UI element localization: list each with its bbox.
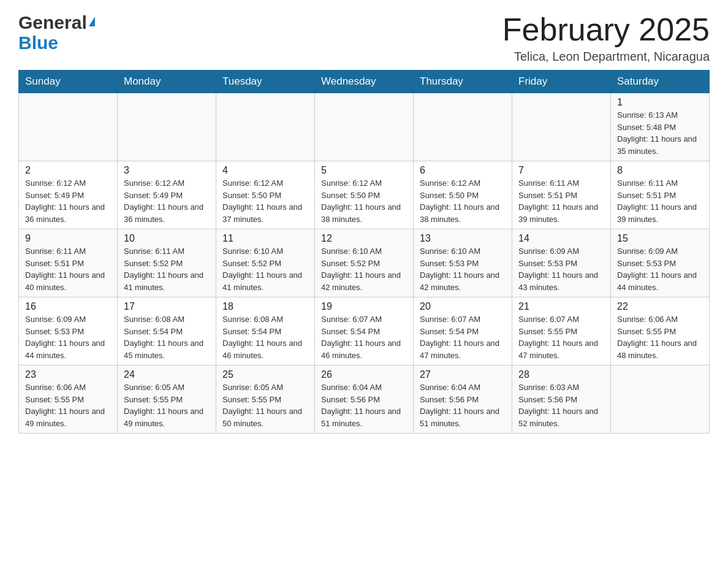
calendar-cell: 14Sunrise: 6:09 AMSunset: 5:53 PMDayligh… bbox=[512, 229, 611, 297]
calendar-cell: 20Sunrise: 6:07 AMSunset: 5:54 PMDayligh… bbox=[414, 297, 512, 366]
day-number: 1 bbox=[617, 97, 703, 108]
day-info: Sunrise: 6:09 AMSunset: 5:53 PMDaylight:… bbox=[25, 313, 111, 361]
day-info: Sunrise: 6:10 AMSunset: 5:52 PMDaylight:… bbox=[321, 245, 407, 293]
weekday-header-monday: Monday bbox=[118, 71, 216, 93]
day-info: Sunrise: 6:07 AMSunset: 5:54 PMDaylight:… bbox=[321, 313, 407, 361]
calendar-cell bbox=[19, 93, 118, 161]
calendar-cell: 26Sunrise: 6:04 AMSunset: 5:56 PMDayligh… bbox=[315, 366, 414, 434]
day-number: 10 bbox=[124, 233, 210, 244]
calendar-cell: 27Sunrise: 6:04 AMSunset: 5:56 PMDayligh… bbox=[414, 366, 512, 434]
logo: General Blue bbox=[18, 12, 95, 53]
day-number: 12 bbox=[321, 233, 407, 244]
logo-general-text: General bbox=[18, 12, 87, 33]
calendar-cell bbox=[118, 93, 216, 161]
day-info: Sunrise: 6:09 AMSunset: 5:53 PMDaylight:… bbox=[518, 245, 604, 293]
day-info: Sunrise: 6:11 AMSunset: 5:51 PMDaylight:… bbox=[617, 177, 703, 225]
day-number: 28 bbox=[518, 369, 604, 380]
day-info: Sunrise: 6:12 AMSunset: 5:50 PMDaylight:… bbox=[222, 177, 308, 225]
calendar-cell: 3Sunrise: 6:12 AMSunset: 5:49 PMDaylight… bbox=[118, 161, 216, 229]
calendar-cell bbox=[216, 93, 315, 161]
calendar-cell: 4Sunrise: 6:12 AMSunset: 5:50 PMDaylight… bbox=[216, 161, 315, 229]
day-number: 27 bbox=[420, 369, 506, 380]
weekday-header-friday: Friday bbox=[512, 71, 611, 93]
day-info: Sunrise: 6:12 AMSunset: 5:49 PMDaylight:… bbox=[25, 177, 111, 225]
day-info: Sunrise: 6:08 AMSunset: 5:54 PMDaylight:… bbox=[222, 313, 308, 361]
day-info: Sunrise: 6:04 AMSunset: 5:56 PMDaylight:… bbox=[321, 381, 407, 429]
calendar-cell: 11Sunrise: 6:10 AMSunset: 5:52 PMDayligh… bbox=[216, 229, 315, 297]
calendar-cell bbox=[512, 93, 611, 161]
day-info: Sunrise: 6:10 AMSunset: 5:52 PMDaylight:… bbox=[222, 245, 308, 293]
day-number: 2 bbox=[25, 165, 111, 176]
day-number: 4 bbox=[222, 165, 308, 176]
day-info: Sunrise: 6:05 AMSunset: 5:55 PMDaylight:… bbox=[124, 381, 210, 429]
day-info: Sunrise: 6:09 AMSunset: 5:53 PMDaylight:… bbox=[617, 245, 703, 293]
day-number: 24 bbox=[124, 369, 210, 380]
day-number: 20 bbox=[420, 301, 506, 312]
day-number: 13 bbox=[420, 233, 506, 244]
day-info: Sunrise: 6:06 AMSunset: 5:55 PMDaylight:… bbox=[25, 381, 111, 429]
day-number: 17 bbox=[124, 301, 210, 312]
day-info: Sunrise: 6:03 AMSunset: 5:56 PMDaylight:… bbox=[518, 381, 604, 429]
day-number: 14 bbox=[518, 233, 604, 244]
day-info: Sunrise: 6:11 AMSunset: 5:51 PMDaylight:… bbox=[518, 177, 604, 225]
calendar-cell: 13Sunrise: 6:10 AMSunset: 5:53 PMDayligh… bbox=[414, 229, 512, 297]
weekday-header-tuesday: Tuesday bbox=[216, 71, 315, 93]
calendar-cell: 18Sunrise: 6:08 AMSunset: 5:54 PMDayligh… bbox=[216, 297, 315, 366]
title-area: February 2025 Telica, Leon Department, N… bbox=[502, 12, 710, 64]
month-title: February 2025 bbox=[502, 12, 710, 47]
calendar-cell: 1Sunrise: 6:13 AMSunset: 5:48 PMDaylight… bbox=[611, 93, 710, 161]
weekday-header-sunday: Sunday bbox=[19, 71, 118, 93]
logo-blue-text: Blue bbox=[18, 33, 58, 53]
day-number: 5 bbox=[321, 165, 407, 176]
calendar-cell: 28Sunrise: 6:03 AMSunset: 5:56 PMDayligh… bbox=[512, 366, 611, 434]
day-number: 15 bbox=[617, 233, 703, 244]
day-number: 26 bbox=[321, 369, 407, 380]
weekday-header-saturday: Saturday bbox=[611, 71, 710, 93]
day-number: 9 bbox=[25, 233, 111, 244]
day-number: 19 bbox=[321, 301, 407, 312]
logo-triangle-icon bbox=[89, 17, 95, 26]
calendar-cell: 22Sunrise: 6:06 AMSunset: 5:55 PMDayligh… bbox=[611, 297, 710, 366]
day-number: 16 bbox=[25, 301, 111, 312]
day-info: Sunrise: 6:05 AMSunset: 5:55 PMDaylight:… bbox=[222, 381, 308, 429]
day-number: 18 bbox=[222, 301, 308, 312]
calendar-cell: 25Sunrise: 6:05 AMSunset: 5:55 PMDayligh… bbox=[216, 366, 315, 434]
calendar-cell: 8Sunrise: 6:11 AMSunset: 5:51 PMDaylight… bbox=[611, 161, 710, 229]
calendar-cell: 24Sunrise: 6:05 AMSunset: 5:55 PMDayligh… bbox=[118, 366, 216, 434]
day-number: 21 bbox=[518, 301, 604, 312]
calendar-cell: 2Sunrise: 6:12 AMSunset: 5:49 PMDaylight… bbox=[19, 161, 118, 229]
day-info: Sunrise: 6:07 AMSunset: 5:54 PMDaylight:… bbox=[420, 313, 506, 361]
calendar-cell: 21Sunrise: 6:07 AMSunset: 5:55 PMDayligh… bbox=[512, 297, 611, 366]
day-number: 8 bbox=[617, 165, 703, 176]
calendar-table: SundayMondayTuesdayWednesdayThursdayFrid… bbox=[18, 70, 710, 434]
day-number: 7 bbox=[518, 165, 604, 176]
day-info: Sunrise: 6:08 AMSunset: 5:54 PMDaylight:… bbox=[124, 313, 210, 361]
weekday-header-thursday: Thursday bbox=[414, 71, 512, 93]
day-number: 22 bbox=[617, 301, 703, 312]
day-number: 25 bbox=[222, 369, 308, 380]
day-info: Sunrise: 6:11 AMSunset: 5:52 PMDaylight:… bbox=[124, 245, 210, 293]
day-number: 6 bbox=[420, 165, 506, 176]
calendar-cell bbox=[611, 366, 710, 434]
calendar-cell bbox=[315, 93, 414, 161]
day-info: Sunrise: 6:06 AMSunset: 5:55 PMDaylight:… bbox=[617, 313, 703, 361]
calendar-cell: 15Sunrise: 6:09 AMSunset: 5:53 PMDayligh… bbox=[611, 229, 710, 297]
calendar-cell: 5Sunrise: 6:12 AMSunset: 5:50 PMDaylight… bbox=[315, 161, 414, 229]
calendar-cell: 16Sunrise: 6:09 AMSunset: 5:53 PMDayligh… bbox=[19, 297, 118, 366]
calendar-cell: 12Sunrise: 6:10 AMSunset: 5:52 PMDayligh… bbox=[315, 229, 414, 297]
day-number: 3 bbox=[124, 165, 210, 176]
day-info: Sunrise: 6:12 AMSunset: 5:50 PMDaylight:… bbox=[420, 177, 506, 225]
calendar-cell: 10Sunrise: 6:11 AMSunset: 5:52 PMDayligh… bbox=[118, 229, 216, 297]
day-info: Sunrise: 6:12 AMSunset: 5:50 PMDaylight:… bbox=[321, 177, 407, 225]
calendar-cell: 7Sunrise: 6:11 AMSunset: 5:51 PMDaylight… bbox=[512, 161, 611, 229]
calendar-cell: 19Sunrise: 6:07 AMSunset: 5:54 PMDayligh… bbox=[315, 297, 414, 366]
calendar-cell: 23Sunrise: 6:06 AMSunset: 5:55 PMDayligh… bbox=[19, 366, 118, 434]
day-number: 23 bbox=[25, 369, 111, 380]
calendar-cell: 9Sunrise: 6:11 AMSunset: 5:51 PMDaylight… bbox=[19, 229, 118, 297]
location-title: Telica, Leon Department, Nicaragua bbox=[502, 50, 710, 64]
calendar-cell: 6Sunrise: 6:12 AMSunset: 5:50 PMDaylight… bbox=[414, 161, 512, 229]
calendar-cell bbox=[414, 93, 512, 161]
day-info: Sunrise: 6:12 AMSunset: 5:49 PMDaylight:… bbox=[124, 177, 210, 225]
calendar-cell: 17Sunrise: 6:08 AMSunset: 5:54 PMDayligh… bbox=[118, 297, 216, 366]
day-info: Sunrise: 6:10 AMSunset: 5:53 PMDaylight:… bbox=[420, 245, 506, 293]
